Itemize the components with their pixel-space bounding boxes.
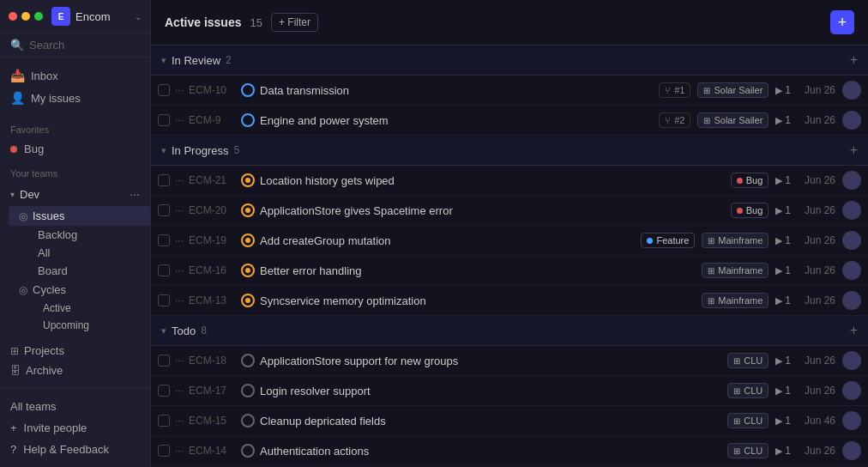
issue-checkbox[interactable] xyxy=(158,445,170,457)
close-btn[interactable] xyxy=(9,12,17,21)
issue-meta: Bug ▶ 1 Jun 26 xyxy=(731,201,861,220)
minimize-btn[interactable] xyxy=(21,12,30,21)
team-tag-icon: ⊞ xyxy=(733,446,740,456)
avatar xyxy=(842,261,861,280)
sidebar-item-upcoming[interactable]: Upcoming xyxy=(36,317,150,334)
issue-title: Add createGroup mutation xyxy=(260,234,636,247)
team-tag: ⊞ CLU xyxy=(727,383,769,398)
issue-checkbox[interactable] xyxy=(158,385,170,397)
group-add-2[interactable]: + xyxy=(850,323,858,338)
sidebar-item-cycles[interactable]: ◎ Cycles xyxy=(9,280,150,300)
table-row[interactable]: ··· ECM-10 Data transmission ⑂ #1 ⊞ Sola… xyxy=(151,76,868,106)
issue-id: ECM-19 xyxy=(189,234,236,246)
issue-checkbox[interactable] xyxy=(158,84,170,96)
issue-dots-icon[interactable]: ··· xyxy=(175,264,184,276)
table-row[interactable]: ··· ECM-9 Engine and power system ⑂ #2 ⊞… xyxy=(151,106,868,136)
group-add-1[interactable]: + xyxy=(850,143,858,158)
add-issue-button[interactable]: + xyxy=(830,10,854,34)
page-title: Active issues xyxy=(165,15,242,29)
sidebar-item-inbox[interactable]: 📥 Inbox xyxy=(0,64,150,87)
issue-checkbox[interactable] xyxy=(158,114,170,126)
sidebar-item-backlog[interactable]: Backlog xyxy=(27,226,150,244)
issue-checkbox[interactable] xyxy=(158,415,170,427)
issue-status-icon xyxy=(241,294,255,307)
issue-dots-icon[interactable]: ··· xyxy=(175,84,184,96)
cycle-icon: ▶ xyxy=(775,355,782,367)
group-add-0[interactable]: + xyxy=(850,52,858,68)
cycle-count: ▶ 1 xyxy=(775,264,791,276)
invite-people-button[interactable]: + Invite people xyxy=(0,417,150,439)
table-row[interactable]: ··· ECM-18 ApplicationStore support for … xyxy=(151,346,868,376)
cycle-number: 1 xyxy=(785,174,791,186)
issue-dots-icon[interactable]: ··· xyxy=(175,385,184,397)
issue-checkbox[interactable] xyxy=(158,264,170,276)
issue-id: ECM-20 xyxy=(189,204,236,216)
table-row[interactable]: ··· ECM-19 Add createGroup mutation Feat… xyxy=(151,226,868,256)
issues-label: Issues xyxy=(33,209,65,222)
sidebar-item-archive[interactable]: 🗄 Archive xyxy=(0,361,150,380)
issue-checkbox[interactable] xyxy=(158,355,170,367)
cycle-count: ▶ 1 xyxy=(775,294,791,306)
issue-checkbox[interactable] xyxy=(158,294,170,306)
help-label: Help & Feedback xyxy=(23,443,109,456)
main-title-row: Active issues 15 + Filter xyxy=(165,13,318,32)
team-options-icon[interactable]: ··· xyxy=(130,187,140,201)
favorites-label: Favorites xyxy=(0,116,150,138)
issue-dots-icon[interactable]: ··· xyxy=(175,294,184,306)
teams-label: Your teams xyxy=(0,160,150,182)
sidebar-item-active[interactable]: Active xyxy=(36,300,150,317)
avatar xyxy=(842,291,861,310)
issue-dots-icon[interactable]: ··· xyxy=(175,204,184,216)
table-row[interactable]: ··· ECM-21 Location history gets wiped B… xyxy=(151,166,868,196)
pr-icon: ⑂ xyxy=(665,85,671,95)
issue-checkbox[interactable] xyxy=(158,234,170,246)
issue-date: Jun 26 xyxy=(798,234,835,246)
team-tag-name: Mainframe xyxy=(718,295,763,306)
issue-dots-icon[interactable]: ··· xyxy=(175,234,184,246)
issue-dots-icon[interactable]: ··· xyxy=(175,355,184,367)
workspace-arrow-icon[interactable]: ⌄ xyxy=(135,12,142,21)
sidebar-item-issues[interactable]: ◎ Issues xyxy=(9,206,150,226)
sidebar-item-all[interactable]: All xyxy=(27,244,150,262)
table-row[interactable]: ··· ECM-20 ApplicationStore gives Spacet… xyxy=(151,196,868,226)
avatar xyxy=(842,441,861,460)
table-row[interactable]: ··· ECM-15 Cleanup depricated fields ⊞ C… xyxy=(151,406,868,436)
group-header-2: ▾ Todo 8 + xyxy=(151,316,868,346)
team-tag-name: Solar Sailer xyxy=(714,85,763,95)
table-row[interactable]: ··· ECM-14 Authentication actions ⊞ CLU … xyxy=(151,436,868,466)
issue-title: Login resolver support xyxy=(260,385,722,397)
team-dev-header: ▾ Dev ··· xyxy=(0,182,150,206)
team-tag-name: Mainframe xyxy=(718,235,763,246)
archive-icon: 🗄 xyxy=(10,365,21,377)
allteams-label: All teams xyxy=(10,400,56,413)
cycles-label: Cycles xyxy=(33,283,66,296)
issue-dots-icon[interactable]: ··· xyxy=(175,445,184,457)
sidebar-item-board[interactable]: Board xyxy=(27,262,150,280)
favorite-bug[interactable]: Bug xyxy=(0,138,150,160)
issue-checkbox[interactable] xyxy=(158,174,170,186)
table-row[interactable]: ··· ECM-13 Syncservice memory optimizati… xyxy=(151,286,868,316)
issue-date: Jun 26 xyxy=(798,385,835,397)
team-tag-icon: ⊞ xyxy=(733,356,740,366)
issue-dots-icon[interactable]: ··· xyxy=(175,174,184,186)
label-text: Bug xyxy=(746,175,763,185)
issue-dots-icon[interactable]: ··· xyxy=(175,114,184,126)
issue-checkbox[interactable] xyxy=(158,204,170,216)
issue-dots-icon[interactable]: ··· xyxy=(175,415,184,427)
table-row[interactable]: ··· ECM-17 Login resolver support ⊞ CLU … xyxy=(151,376,868,406)
filter-button[interactable]: + Filter xyxy=(271,13,318,32)
sidebar-item-allteams[interactable]: All teams xyxy=(0,396,150,417)
table-row[interactable]: ··· ECM-16 Better error handling ⊞ Mainf… xyxy=(151,256,868,286)
maximize-btn[interactable] xyxy=(34,12,43,21)
sidebar-item-myissues[interactable]: 👤 My issues xyxy=(0,87,150,109)
pr-tag: ⑂ #1 xyxy=(659,82,690,98)
team-tag: ⊞ CLU xyxy=(727,353,769,368)
group-title-0: In Review xyxy=(172,54,220,67)
team-dev-row[interactable]: ▾ Dev xyxy=(10,188,39,201)
help-feedback-button[interactable]: ? Help & Feedback xyxy=(0,439,150,460)
avatar xyxy=(842,81,861,100)
issue-status-icon xyxy=(241,234,255,247)
sidebar-item-projects[interactable]: ⊞ Projects xyxy=(0,341,150,361)
cycle-count: ▶ 1 xyxy=(775,114,791,126)
search-bar[interactable]: 🔍 Search xyxy=(0,33,150,58)
